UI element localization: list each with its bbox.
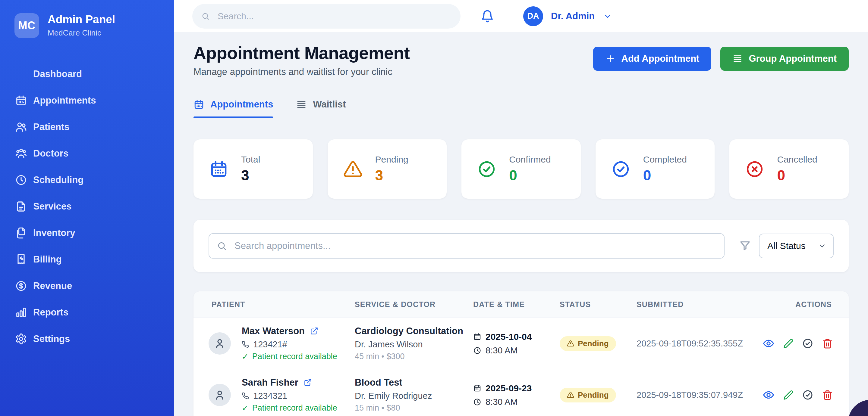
calendar-icon	[473, 384, 481, 392]
calendar-icon	[193, 99, 204, 110]
eye-icon	[763, 389, 775, 401]
main-area: DA Dr. Admin Appointment Management Mana…	[174, 0, 868, 416]
content: Appointment Management Manage appointmen…	[174, 32, 868, 416]
sidebar-item-revenue[interactable]: Revenue	[14, 273, 174, 299]
list-icon	[733, 54, 743, 64]
doctor-name: Dr. James Wilson	[355, 340, 473, 349]
column-submitted: Submitted	[637, 300, 760, 309]
topbar: DA Dr. Admin	[174, 0, 868, 32]
column-service-doctor: Service & Doctor	[355, 300, 473, 309]
person-icon	[214, 338, 226, 349]
stat-value: 0	[777, 167, 817, 184]
doctor-name: Dr. Emily Rodriguez	[355, 391, 473, 401]
sidebar-item-inventory[interactable]: Inventory	[14, 220, 174, 246]
status-filter-select[interactable]: All Status	[759, 234, 834, 258]
person-icon	[214, 389, 226, 401]
stat-card-total: Total3	[193, 139, 313, 199]
patient-avatar	[209, 384, 231, 406]
trash-icon	[822, 389, 833, 401]
dollar-circle-icon	[15, 280, 27, 292]
stat-value: 0	[643, 167, 687, 184]
tab-appointments[interactable]: Appointments	[193, 99, 273, 118]
check-circle-icon	[611, 160, 630, 179]
check-circle-icon	[477, 160, 496, 179]
pencil-icon	[783, 390, 794, 400]
stat-label: Confirmed	[509, 154, 551, 165]
stat-card-cancelled: Cancelled0	[730, 139, 849, 199]
sidebar-item-settings[interactable]: Settings	[14, 326, 174, 352]
sidebar-item-services[interactable]: Services	[14, 193, 174, 220]
sidebar-item-appointments[interactable]: Appointments	[14, 87, 174, 114]
status-badge: Pending	[560, 388, 616, 403]
chevron-down-icon	[818, 242, 827, 250]
list-icon	[296, 99, 307, 110]
appointment-time: 8:30 AM	[486, 346, 518, 355]
clock-icon	[473, 398, 481, 406]
edit-action-button[interactable]	[783, 390, 794, 400]
external-link-icon[interactable]	[304, 378, 312, 386]
table-row: Sarah Fisher1234321✓Patient record avail…	[193, 369, 849, 416]
clock-icon	[15, 174, 27, 186]
calendar-icon	[209, 160, 228, 179]
sidebar-item-scheduling[interactable]: Scheduling	[14, 167, 174, 193]
patient-name: Max Waterson	[242, 326, 305, 337]
header-actions: Add AppointmentGroup Appointment	[593, 47, 849, 71]
group-appointment-button[interactable]: Group Appointment	[720, 47, 849, 71]
topbar-divider	[509, 8, 509, 24]
edit-action-button[interactable]	[783, 338, 794, 349]
check-icon: ✓	[242, 403, 249, 413]
patient-phone: 123421#	[253, 340, 287, 349]
sidebar-item-patients[interactable]: Patients	[14, 114, 174, 140]
check-circle-icon	[802, 389, 813, 401]
bell-icon[interactable]	[480, 9, 494, 23]
clinic-logo: MC	[14, 13, 39, 38]
phone-icon	[242, 341, 249, 348]
stat-card-pending: Pending3	[328, 139, 447, 199]
confirm-action-button[interactable]	[802, 389, 813, 401]
page-title: Appointment Management	[193, 44, 410, 62]
view-action-button[interactable]	[763, 338, 775, 349]
clock-icon	[473, 346, 481, 355]
warning-triangle-icon	[567, 391, 574, 398]
patient-record-note: Patient record available	[252, 403, 337, 413]
service-meta: 15 min • $80	[355, 403, 473, 413]
user-name: Dr. Admin	[551, 11, 595, 22]
page-subtitle: Manage appointments and waitlist for you…	[193, 67, 410, 77]
appointments-table: Patient Service & Doctor Date & Time Sta…	[193, 291, 849, 416]
patient-avatar	[209, 332, 231, 355]
sidebar-item-billing[interactable]: Billing	[14, 246, 174, 273]
check-circle-icon	[802, 338, 813, 349]
view-action-button[interactable]	[763, 389, 775, 401]
sidebar-item-doctors[interactable]: Doctors	[14, 140, 174, 167]
appointment-search-input[interactable]	[234, 240, 724, 252]
add-appointment-button[interactable]: Add Appointment	[593, 47, 712, 71]
column-date-time: Date & Time	[473, 300, 560, 309]
sidebar-item-dashboard[interactable]: Dashboard	[14, 61, 174, 87]
table-body: Max Waterson123421#✓Patient record avail…	[193, 318, 849, 416]
app-title: Admin Panel	[48, 13, 115, 26]
user-menu[interactable]: DA Dr. Admin	[523, 6, 612, 26]
files-icon	[15, 227, 27, 239]
global-search-input[interactable]	[217, 11, 461, 22]
delete-action-button[interactable]	[822, 389, 833, 401]
external-link-icon[interactable]	[310, 327, 318, 335]
patient-phone: 1234321	[253, 391, 287, 401]
appointment-search	[209, 233, 724, 258]
patient-record-note: Patient record available	[252, 352, 337, 361]
column-status: Status	[560, 300, 637, 309]
appointment-time: 8:30 AM	[486, 397, 518, 407]
users-group-icon	[15, 147, 27, 160]
check-icon: ✓	[242, 352, 249, 361]
eye-icon	[763, 338, 775, 349]
sidebar-item-reports[interactable]: Reports	[14, 299, 174, 326]
table-row: Max Waterson123421#✓Patient record avail…	[193, 318, 849, 369]
clinic-name: MedCare Clinic	[48, 28, 115, 38]
confirm-action-button[interactable]	[802, 338, 813, 349]
status-badge: Pending	[560, 336, 616, 351]
delete-action-button[interactable]	[822, 338, 833, 349]
tab-waitlist[interactable]: Waitlist	[296, 99, 346, 118]
tab-bar: AppointmentsWaitlist	[193, 99, 849, 118]
column-patient: Patient	[193, 300, 355, 309]
pencil-icon	[783, 338, 794, 349]
column-actions: Actions	[760, 300, 849, 309]
